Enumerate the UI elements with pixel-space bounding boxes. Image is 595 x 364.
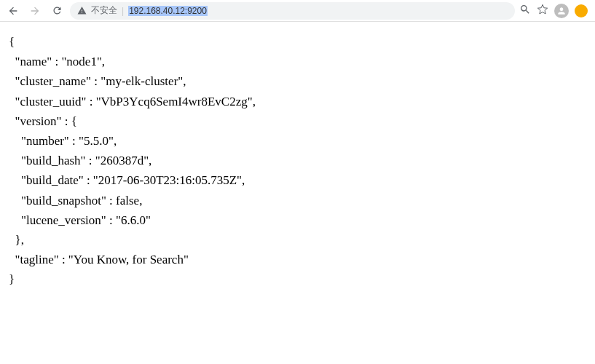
not-secure-label: 不安全 (91, 4, 117, 17)
toolbar-right (519, 4, 591, 18)
json-build-date: 2017-06-30T23:16:05.735Z (98, 173, 237, 187)
json-build-snapshot: false (116, 194, 139, 207)
json-response-body: { "name" : "node1", "cluster_name" : "my… (0, 22, 595, 299)
person-icon (556, 6, 567, 16)
zoom-icon[interactable] (519, 4, 531, 18)
json-lucene-version: 6.6.0 (121, 213, 146, 227)
profile-avatar[interactable] (554, 4, 569, 18)
json-cluster-name: my-elk-cluster (106, 74, 178, 88)
forward-button[interactable] (26, 2, 44, 20)
address-bar[interactable]: 不安全 | 192.168.40.12:9200 (70, 2, 515, 20)
json-version-number: 5.5.0 (84, 134, 109, 148)
url-text: 192.168.40.12:9200 (128, 6, 208, 16)
json-cluster-uuid: VbP3Ycq6SemI4wr8EvC2zg (101, 95, 248, 108)
json-name: node1 (66, 55, 97, 68)
notification-badge[interactable] (575, 4, 588, 17)
arrow-left-icon (7, 5, 19, 17)
browser-toolbar: 不安全 | 192.168.40.12:9200 (0, 0, 595, 22)
star-icon[interactable] (537, 4, 548, 18)
json-build-hash: 260387d (101, 154, 144, 167)
reload-icon (52, 5, 63, 16)
not-secure-icon (77, 6, 87, 15)
divider: | (122, 6, 124, 16)
back-button[interactable] (4, 2, 22, 20)
reload-button[interactable] (48, 2, 66, 20)
arrow-right-icon (29, 5, 41, 17)
json-tagline: You Know, for Search (74, 253, 184, 266)
